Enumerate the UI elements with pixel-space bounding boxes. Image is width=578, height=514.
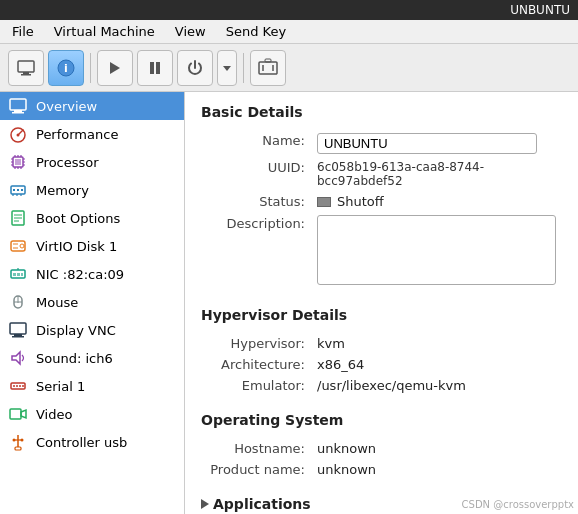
sidebar-virtio-disk-label: VirtIO Disk 1 bbox=[36, 239, 117, 254]
svg-rect-7 bbox=[156, 62, 160, 74]
status-row: Status: Shutoff bbox=[201, 191, 562, 212]
performance-icon bbox=[8, 124, 28, 144]
serial-icon bbox=[8, 376, 28, 396]
svg-marker-59 bbox=[12, 352, 20, 364]
svg-rect-15 bbox=[12, 112, 24, 114]
emulator-label: Emulator: bbox=[201, 375, 311, 396]
applications-label: Applications bbox=[213, 496, 311, 512]
menu-send-key[interactable]: Send Key bbox=[218, 22, 294, 41]
description-label: Description: bbox=[201, 212, 311, 291]
sidebar-item-mouse[interactable]: Mouse bbox=[0, 288, 184, 316]
uuid-value: 6c058b19-613a-caa8-8744-bcc97abdef52 bbox=[311, 157, 562, 191]
svg-rect-50 bbox=[17, 273, 20, 276]
name-row: Name: bbox=[201, 130, 562, 157]
uuid-label: UUID: bbox=[201, 157, 311, 191]
svg-rect-36 bbox=[21, 189, 23, 191]
svg-text:i: i bbox=[64, 62, 68, 75]
operating-system-title: Operating System bbox=[201, 412, 562, 428]
architecture-row: Architecture: x86_64 bbox=[201, 354, 562, 375]
description-input[interactable] bbox=[317, 215, 556, 285]
power-icon bbox=[186, 59, 204, 77]
screenshot-icon bbox=[258, 58, 278, 78]
svg-rect-35 bbox=[17, 189, 19, 191]
toolbar-sep-1 bbox=[90, 53, 91, 83]
hostname-value: unknown bbox=[311, 438, 562, 459]
display-vnc-icon bbox=[8, 320, 28, 340]
play-icon bbox=[107, 60, 123, 76]
menu-bar: File Virtual Machine View Send Key bbox=[0, 20, 578, 44]
basic-details-title: Basic Details bbox=[201, 104, 562, 120]
svg-rect-51 bbox=[21, 273, 23, 276]
sidebar-item-controller-usb[interactable]: Controller usb bbox=[0, 428, 184, 456]
info-button[interactable]: i bbox=[48, 50, 84, 86]
sidebar-item-memory[interactable]: Memory bbox=[0, 176, 184, 204]
sidebar-item-virtio-disk[interactable]: VirtIO Disk 1 bbox=[0, 232, 184, 260]
svg-marker-5 bbox=[110, 62, 120, 74]
sidebar-item-boot-options[interactable]: Boot Options bbox=[0, 204, 184, 232]
svg-point-69 bbox=[13, 439, 16, 442]
info-icon: i bbox=[57, 59, 75, 77]
name-value-cell bbox=[311, 130, 562, 157]
svg-rect-2 bbox=[21, 74, 31, 76]
monitor-icon bbox=[16, 58, 36, 78]
product-name-label: Product name: bbox=[201, 459, 311, 480]
toolbar-sep-2 bbox=[243, 53, 244, 83]
power-button[interactable] bbox=[177, 50, 213, 86]
sidebar-nic-label: NIC :82:ca:09 bbox=[36, 267, 124, 282]
svg-point-18 bbox=[17, 134, 20, 137]
svg-rect-20 bbox=[15, 159, 21, 165]
product-name-value: unknown bbox=[311, 459, 562, 480]
hypervisor-label: Hypervisor: bbox=[201, 333, 311, 354]
mouse-icon bbox=[8, 292, 28, 312]
menu-virtual-machine[interactable]: Virtual Machine bbox=[46, 22, 163, 41]
menu-view[interactable]: View bbox=[167, 22, 214, 41]
pause-button[interactable] bbox=[137, 50, 173, 86]
menu-file[interactable]: File bbox=[4, 22, 42, 41]
sidebar-item-overview[interactable]: Overview bbox=[0, 92, 184, 120]
nic-icon bbox=[8, 264, 28, 284]
architecture-value: x86_64 bbox=[311, 354, 562, 375]
memory-icon bbox=[8, 180, 28, 200]
uuid-row: UUID: 6c058b19-613a-caa8-8744-bcc97abdef… bbox=[201, 157, 562, 191]
svg-rect-10 bbox=[265, 59, 271, 62]
sidebar-video-label: Video bbox=[36, 407, 72, 422]
sidebar-memory-label: Memory bbox=[36, 183, 89, 198]
svg-rect-6 bbox=[150, 62, 154, 74]
hypervisor-details-table: Hypervisor: kvm Architecture: x86_64 Emu… bbox=[201, 333, 562, 396]
pause-icon bbox=[147, 60, 163, 76]
svg-marker-66 bbox=[21, 410, 26, 418]
hypervisor-row: Hypervisor: kvm bbox=[201, 333, 562, 354]
svg-point-70 bbox=[21, 439, 24, 442]
video-icon bbox=[8, 404, 28, 424]
play-button[interactable] bbox=[97, 50, 133, 86]
sidebar-item-video[interactable]: Video bbox=[0, 400, 184, 428]
sidebar-sound-label: Sound: ich6 bbox=[36, 351, 113, 366]
svg-rect-71 bbox=[15, 447, 21, 450]
product-name-row: Product name: unknown bbox=[201, 459, 562, 480]
svg-rect-9 bbox=[259, 62, 277, 74]
hypervisor-details-title: Hypervisor Details bbox=[201, 307, 562, 323]
description-row: Description: bbox=[201, 212, 562, 291]
vm-details-button[interactable] bbox=[8, 50, 44, 86]
hostname-row: Hostname: unknown bbox=[201, 438, 562, 459]
name-input[interactable] bbox=[317, 133, 537, 154]
controller-usb-icon bbox=[8, 432, 28, 452]
svg-rect-44 bbox=[11, 241, 25, 251]
svg-rect-65 bbox=[10, 409, 21, 419]
boot-options-icon bbox=[8, 208, 28, 228]
os-details-table: Hostname: unknown Product name: unknown bbox=[201, 438, 562, 480]
sidebar-item-serial[interactable]: Serial 1 bbox=[0, 372, 184, 400]
sound-icon bbox=[8, 348, 28, 368]
sidebar-item-sound[interactable]: Sound: ich6 bbox=[0, 344, 184, 372]
hostname-label: Hostname: bbox=[201, 438, 311, 459]
expand-triangle-icon bbox=[201, 499, 209, 509]
sidebar-item-performance[interactable]: Performance bbox=[0, 120, 184, 148]
sidebar-item-processor[interactable]: Processor bbox=[0, 148, 184, 176]
chevron-down-icon bbox=[222, 63, 232, 73]
sidebar-item-nic[interactable]: NIC :82:ca:09 bbox=[0, 260, 184, 288]
sidebar-item-display-vnc[interactable]: Display VNC bbox=[0, 316, 184, 344]
sidebar-overview-label: Overview bbox=[36, 99, 97, 114]
screenshot-button[interactable] bbox=[250, 50, 286, 86]
power-dropdown[interactable] bbox=[217, 50, 237, 86]
overview-icon bbox=[8, 96, 28, 116]
